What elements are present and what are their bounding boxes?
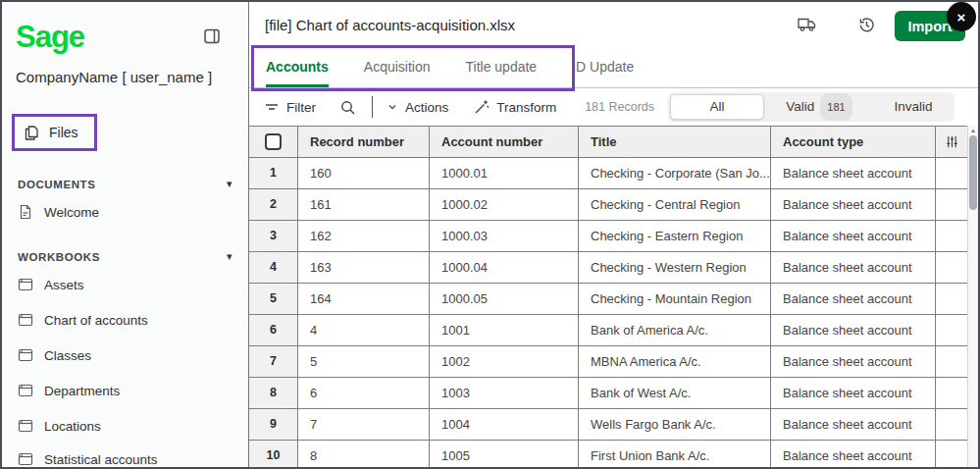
cell-account-number[interactable]: 1000.03 xyxy=(430,221,579,252)
row-number[interactable]: 2 xyxy=(249,189,298,221)
column-settings-icon[interactable] xyxy=(945,134,959,149)
tab-acquisition[interactable]: Acquisition xyxy=(364,59,431,87)
cell-title[interactable]: MBNA America A/c. xyxy=(579,346,771,378)
cell-account-type[interactable]: Balance sheet account xyxy=(771,252,936,284)
sidebar-item-assets[interactable]: Assets xyxy=(18,277,84,292)
column-header-record-number[interactable]: Record number xyxy=(298,127,430,158)
cell-spacer xyxy=(936,158,967,189)
scrollbar-thumb[interactable] xyxy=(969,135,977,210)
column-header-account-number[interactable]: Account number xyxy=(430,127,579,158)
cell-account-type[interactable]: Balance sheet account xyxy=(771,346,936,378)
cell-title[interactable]: First Union Bank A/c. xyxy=(579,441,771,467)
cell-record-number[interactable]: 163 xyxy=(298,252,430,284)
files-button[interactable]: Files xyxy=(12,114,97,151)
sidebar-item-label: Statistical accounts xyxy=(44,452,158,467)
cell-account-type[interactable]: Balance sheet account xyxy=(771,409,936,441)
cell-account-type[interactable]: Balance sheet account xyxy=(771,221,936,252)
filter-button[interactable]: Filter xyxy=(264,100,316,115)
sidebar-item-departments[interactable]: Departments xyxy=(18,383,120,398)
cell-account-type[interactable]: Balance sheet account xyxy=(771,441,936,467)
cell-spacer xyxy=(936,315,967,346)
data-table: Record number Account number Title Accou… xyxy=(249,126,967,467)
cell-record-number[interactable]: 162 xyxy=(298,221,430,252)
segment-valid[interactable]: Valid 181 xyxy=(764,94,874,120)
cell-title[interactable]: Checking - Eastern Region xyxy=(579,221,771,252)
app-window: Sage CompanyName [ user_name ] Files DOC… xyxy=(0,0,980,469)
cell-account-number[interactable]: 1002 xyxy=(430,346,579,378)
column-header-title[interactable]: Title xyxy=(579,127,771,158)
cell-account-number[interactable]: 1005 xyxy=(430,441,579,467)
actions-label: Actions xyxy=(405,100,448,115)
cell-record-number[interactable]: 4 xyxy=(298,315,430,346)
truck-icon[interactable] xyxy=(797,16,818,35)
cell-spacer xyxy=(936,409,967,441)
cell-title[interactable]: Bank of West A/c. xyxy=(579,378,771,409)
cell-title[interactable]: Checking - Central Region xyxy=(579,189,771,221)
select-all-checkbox[interactable] xyxy=(265,133,282,150)
vertical-scrollbar[interactable]: ▲ xyxy=(967,126,978,467)
segment-invalid[interactable]: Invalid xyxy=(874,94,953,120)
cell-title[interactable]: Bank of America A/c. xyxy=(579,315,771,346)
cell-account-type[interactable]: Balance sheet account xyxy=(771,158,936,189)
sidebar-item-classes[interactable]: Classes xyxy=(18,347,91,363)
cell-account-number[interactable]: 1000.04 xyxy=(430,252,579,284)
scroll-up-icon[interactable]: ▲ xyxy=(968,128,978,133)
cell-spacer xyxy=(936,346,967,378)
files-button-label: Files xyxy=(49,125,78,140)
cell-account-type[interactable]: Balance sheet account xyxy=(771,315,936,346)
cell-record-number[interactable]: 160 xyxy=(298,158,430,189)
row-number[interactable]: 6 xyxy=(249,315,298,346)
cell-account-type[interactable]: Balance sheet account xyxy=(771,378,936,409)
search-icon[interactable] xyxy=(339,99,356,116)
company-name: CompanyName [ user_name ] xyxy=(16,69,212,85)
sidebar-item-chart-of-accounts[interactable]: Chart of accounts xyxy=(18,312,148,328)
cell-account-type[interactable]: Balance sheet account xyxy=(771,284,936,315)
workbook-icon xyxy=(18,383,33,398)
row-number[interactable]: 5 xyxy=(249,284,298,315)
history-icon[interactable] xyxy=(857,16,879,35)
sidebar-item-welcome[interactable]: Welcome xyxy=(18,204,99,220)
actions-button[interactable]: Actions xyxy=(387,100,448,115)
row-number[interactable]: 4 xyxy=(249,252,298,284)
sidebar-item-locations[interactable]: Locations xyxy=(18,418,101,434)
row-number[interactable]: 8 xyxy=(249,378,298,409)
cell-record-number[interactable]: 7 xyxy=(298,409,430,441)
cell-record-number[interactable]: 164 xyxy=(298,284,430,315)
tab-id-update[interactable]: ID Update xyxy=(572,59,634,87)
tab-title-update[interactable]: Title update xyxy=(466,59,538,87)
sidebar-section-workbooks[interactable]: WORKBOOKS ▾ xyxy=(18,250,232,263)
sidebar-toggle-icon[interactable] xyxy=(203,27,221,45)
cell-record-number[interactable]: 8 xyxy=(298,441,430,467)
cell-account-number[interactable]: 1000.02 xyxy=(430,189,579,221)
segment-all[interactable]: All xyxy=(670,94,764,120)
cell-record-number[interactable]: 161 xyxy=(298,189,430,221)
close-button[interactable]: × xyxy=(947,2,976,31)
cell-account-number[interactable]: 1000.05 xyxy=(430,284,579,315)
cell-spacer xyxy=(936,189,967,221)
column-header-account-type[interactable]: Account type xyxy=(771,127,936,158)
cell-title[interactable]: Checking - Mountain Region xyxy=(579,284,771,315)
cell-title[interactable]: Checking - Corporate (San Jo... xyxy=(579,158,771,189)
sidebar-item-statistical-accounts[interactable]: Statistical accounts xyxy=(18,451,158,467)
cell-record-number[interactable]: 6 xyxy=(298,378,430,409)
cell-account-number[interactable]: 1001 xyxy=(430,315,579,346)
table-row: 4 163 1000.04 Checking - Western Region … xyxy=(249,252,967,284)
cell-account-type[interactable]: Balance sheet account xyxy=(771,189,936,221)
cell-record-number[interactable]: 5 xyxy=(298,346,430,378)
tab-accounts[interactable]: Accounts xyxy=(266,59,329,87)
row-number[interactable]: 10 xyxy=(249,441,298,467)
row-number[interactable]: 9 xyxy=(249,409,298,441)
cell-title[interactable]: Checking - Western Region xyxy=(579,252,771,284)
cell-title[interactable]: Wells Fargo Bank A/c. xyxy=(579,409,771,441)
cell-spacer xyxy=(936,221,967,252)
table-row: 5 164 1000.05 Checking - Mountain Region… xyxy=(249,284,967,315)
row-number[interactable]: 3 xyxy=(249,221,298,252)
row-number[interactable]: 1 xyxy=(249,158,298,189)
transform-button[interactable]: Transform xyxy=(474,99,556,115)
sidebar: Sage CompanyName [ user_name ] Files DOC… xyxy=(2,2,249,467)
row-number[interactable]: 7 xyxy=(249,346,298,378)
cell-account-number[interactable]: 1000.01 xyxy=(430,158,579,189)
cell-account-number[interactable]: 1003 xyxy=(430,378,579,409)
sidebar-section-documents[interactable]: DOCUMENTS ▾ xyxy=(18,178,232,190)
cell-account-number[interactable]: 1004 xyxy=(430,409,579,441)
